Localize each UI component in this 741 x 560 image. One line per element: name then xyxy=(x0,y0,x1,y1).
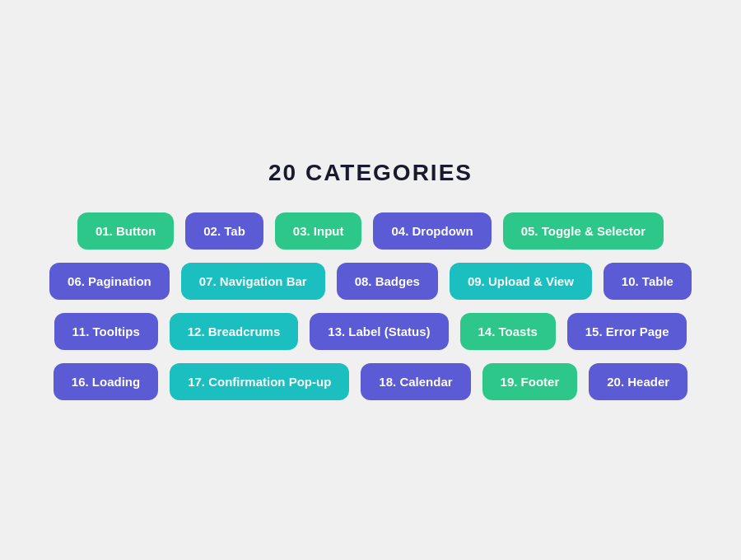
category-badge-btn-20[interactable]: 20. Header xyxy=(589,363,687,400)
category-badge-btn-14[interactable]: 14. Toasts xyxy=(460,313,556,350)
category-row-3: 11. Tooltips12. Breadcrums13. Label (Sta… xyxy=(54,313,687,350)
category-badge-btn-15[interactable]: 15. Error Page xyxy=(567,313,687,350)
category-badge-btn-05[interactable]: 05. Toggle & Selector xyxy=(503,212,664,250)
page-title: 20 CATEGORIES xyxy=(268,160,473,186)
category-badge-btn-06[interactable]: 06. Pagination xyxy=(49,263,170,300)
category-row-4: 16. Loading17. Confirmation Pop-up18. Ca… xyxy=(54,363,687,400)
categories-grid: 01. Button02. Tab03. Input04. Dropdown05… xyxy=(16,212,725,400)
category-badge-btn-03[interactable]: 03. Input xyxy=(275,212,362,250)
category-row-2: 06. Pagination07. Navigation Bar08. Badg… xyxy=(49,263,692,300)
category-badge-btn-09[interactable]: 09. Upload & View xyxy=(450,263,592,300)
category-badge-btn-12[interactable]: 12. Breadcrums xyxy=(170,313,299,350)
category-row-1: 01. Button02. Tab03. Input04. Dropdown05… xyxy=(77,212,664,250)
category-badge-btn-08[interactable]: 08. Badges xyxy=(337,263,438,300)
category-badge-btn-07[interactable]: 07. Navigation Bar xyxy=(181,263,325,300)
category-badge-btn-04[interactable]: 04. Dropdown xyxy=(373,212,491,250)
category-badge-btn-11[interactable]: 11. Tooltips xyxy=(54,313,158,350)
category-badge-btn-18[interactable]: 18. Calendar xyxy=(361,363,470,400)
category-badge-btn-17[interactable]: 17. Confirmation Pop-up xyxy=(170,363,349,400)
category-badge-btn-10[interactable]: 10. Table xyxy=(604,263,692,300)
category-badge-btn-01[interactable]: 01. Button xyxy=(77,212,174,250)
category-badge-btn-16[interactable]: 16. Loading xyxy=(54,363,158,400)
category-badge-btn-02[interactable]: 02. Tab xyxy=(185,212,263,250)
category-badge-btn-19[interactable]: 19. Footer xyxy=(482,363,578,400)
main-container: 20 CATEGORIES 01. Button02. Tab03. Input… xyxy=(16,160,725,400)
category-badge-btn-13[interactable]: 13. Label (Status) xyxy=(310,313,448,350)
